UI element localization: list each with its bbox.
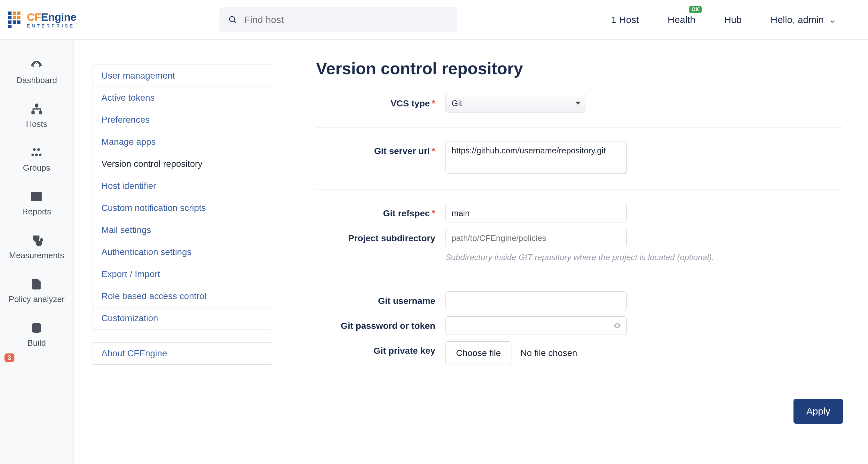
svg-rect-4 — [39, 111, 42, 114]
nav-groups[interactable]: Groups — [23, 146, 50, 173]
settings-item-host-identifier[interactable]: Host identifier — [92, 175, 272, 197]
project-subdir-input[interactable] — [445, 229, 626, 247]
nav-build[interactable]: Build — [28, 322, 46, 348]
hub-link[interactable]: Hub — [724, 14, 742, 25]
vcs-type-select[interactable]: Git — [445, 94, 586, 112]
search-icon — [228, 15, 237, 25]
policy-analyzer-badge: 3 — [4, 354, 14, 362]
network-icon — [30, 103, 43, 115]
git-password-label: Git password or token — [316, 317, 445, 331]
git-private-key-label: Git private key — [316, 341, 445, 356]
nav-hosts[interactable]: Hosts — [26, 103, 47, 129]
health-link[interactable]: Health OK — [668, 14, 695, 25]
gauge-icon — [30, 59, 43, 72]
svg-rect-3 — [31, 111, 35, 114]
groups-icon — [30, 146, 43, 159]
nav-policy-analyzer[interactable]: Policy analyzer — [9, 278, 65, 304]
settings-item-manage-apps[interactable]: Manage apps — [92, 131, 272, 153]
build-icon — [30, 322, 43, 334]
settings-item-active-tokens[interactable]: Active tokens — [92, 87, 272, 109]
svg-point-19 — [34, 329, 36, 330]
user-menu[interactable]: Hello, admin — [771, 14, 836, 25]
settings-menu: User managementActive tokensPreferencesM… — [73, 40, 291, 464]
page-title: Version control repository — [316, 59, 843, 78]
settings-item-version-control-repository[interactable]: Version control repository — [92, 153, 272, 175]
logo-mark-icon — [8, 11, 22, 28]
nav-reports[interactable]: Reports — [22, 190, 51, 217]
project-subdir-help: Subdirectory inside GIT repository where… — [445, 253, 714, 262]
search-box[interactable] — [219, 7, 457, 32]
nav-dashboard[interactable]: Dashboard — [16, 59, 57, 85]
settings-item-user-management[interactable]: User management — [92, 65, 272, 87]
settings-item-mail-settings[interactable]: Mail settings — [92, 219, 272, 241]
settings-item-preferences[interactable]: Preferences — [92, 109, 272, 131]
git-refspec-input[interactable] — [445, 204, 626, 223]
git-refspec-label: Git refspec* — [316, 204, 445, 219]
settings-item-custom-notification-scripts[interactable]: Custom notification scripts — [92, 197, 272, 219]
table-icon — [30, 190, 43, 203]
svg-rect-16 — [32, 324, 41, 332]
git-url-input[interactable]: https://github.com/username/repository.g… — [445, 141, 626, 173]
svg-point-7 — [32, 154, 34, 156]
git-password-input[interactable] — [445, 317, 626, 335]
svg-point-5 — [33, 148, 36, 151]
svg-point-20 — [37, 329, 39, 330]
health-ok-badge: OK — [689, 6, 702, 13]
svg-line-1 — [234, 21, 236, 23]
project-subdir-label: Project subdirectory — [316, 229, 445, 243]
git-url-label: Git server url* — [316, 141, 445, 156]
stethoscope-icon — [30, 234, 43, 247]
hosts-link[interactable]: 1 Host — [611, 14, 639, 25]
settings-item-authentication-settings[interactable]: Authentication settings — [92, 241, 272, 263]
file-icon — [30, 278, 43, 291]
svg-point-8 — [35, 154, 38, 156]
settings-item-customization[interactable]: Customization — [92, 307, 272, 329]
eye-icon[interactable] — [613, 322, 621, 330]
logo[interactable]: CFEngine ENTERPRISE — [8, 11, 104, 28]
svg-point-9 — [39, 154, 41, 156]
file-chosen-status: No file chosen — [520, 348, 577, 358]
logo-text: CFEngine ENTERPRISE — [27, 11, 76, 28]
left-nav: Dashboard Hosts Groups Reports Measureme… — [0, 40, 73, 464]
settings-item-role-based-access-control[interactable]: Role based access control — [92, 285, 272, 307]
main-content: Version control repository VCS type* Git… — [291, 40, 868, 464]
git-username-input[interactable] — [445, 292, 626, 310]
settings-item-export-import[interactable]: Export / Import — [92, 263, 272, 285]
svg-rect-2 — [35, 103, 38, 107]
chevron-down-icon — [829, 16, 836, 23]
svg-point-6 — [37, 148, 40, 151]
svg-point-17 — [34, 325, 36, 327]
about-cfengine[interactable]: About CFEngine — [92, 342, 272, 365]
git-username-label: Git username — [316, 292, 445, 306]
svg-rect-10 — [32, 192, 41, 201]
top-right-nav: 1 Host Health OK Hub Hello, admin — [611, 14, 862, 25]
svg-point-0 — [229, 16, 235, 22]
vcs-type-label: VCS type* — [316, 94, 445, 109]
search-wrap — [219, 7, 457, 32]
topbar: CFEngine ENTERPRISE 1 Host Health OK Hub… — [0, 0, 868, 40]
choose-file-button[interactable]: Choose file — [445, 341, 512, 365]
svg-point-15 — [40, 239, 42, 241]
search-input[interactable] — [244, 14, 448, 25]
svg-point-18 — [37, 325, 39, 327]
apply-button[interactable]: Apply — [794, 399, 843, 424]
nav-measurements[interactable]: Measurements — [9, 234, 64, 260]
